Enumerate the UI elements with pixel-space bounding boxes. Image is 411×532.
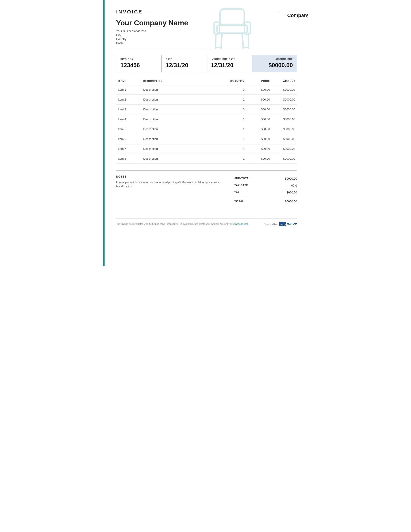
invoice-num-value: 123456 [121,62,157,69]
item-amount-7: $0000.00 [272,154,297,164]
item-desc-3: Description [141,114,221,124]
item-amount-1: $0000.00 [272,95,297,104]
item-amount-0: $0000.00 [272,85,297,95]
col-header-price: PRICE [246,77,272,85]
item-qty-4: 1 [221,124,246,134]
total-row: TOTAL $0000.00 [234,198,297,205]
subtotal-row: SUB-TOTAL $0000.00 [234,175,297,182]
subtotal-label: SUB-TOTAL [234,177,251,180]
item-name-4: Item 5 [116,124,141,134]
bill-country: Country [280,28,308,32]
item-amount-4: $0000.00 [272,124,297,134]
item-name-3: Item 4 [116,114,141,124]
date-cell: DATE 12/31/20 [162,55,207,72]
totals-divider [234,197,297,197]
item-price-1: $00.00 [246,95,272,104]
table-row: Item 5 Description 1 $00.00 $0000.00 [116,124,297,134]
header-section: INVOICE Your Company Name Your Business … [116,9,297,50]
item-qty-6: 1 [221,144,246,154]
table-header-row: ITEMS DESCRIPTION QUANTITY PRICE AMOUNT [116,77,297,85]
item-price-3: $00.00 [246,114,272,124]
items-section: ITEMS DESCRIPTION QUANTITY PRICE AMOUNT … [116,77,297,164]
footer-main-text: This invoice was generated with the help… [116,223,232,225]
wave-icon [279,222,286,226]
table-row: Item 8 Description 1 $00.00 $0000.00 [116,154,297,164]
invoice-title-row: INVOICE [116,9,280,15]
item-name-0: Item 1 [116,85,141,95]
col-header-items: ITEMS [116,77,141,85]
table-row: Item 4 Description 1 $00.00 $0000.00 [116,114,297,124]
item-price-6: $00.00 [246,144,272,154]
footer-link[interactable]: waveapps.com [233,223,248,225]
business-city: City [116,33,280,37]
item-qty-2: 3 [221,104,246,114]
powered-by-text: Powered by [264,223,277,226]
item-qty-0: 3 [221,85,246,95]
tax-label: TAX [234,191,240,194]
item-name-2: Item 3 [116,104,141,114]
item-price-7: $00.00 [246,154,272,164]
notes-label: NOTES: [116,175,228,178]
item-amount-3: $0000.00 [272,114,297,124]
invoice-info-bar: INVOICE # 123456 DATE 12/31/20 INVOICE D… [116,55,297,72]
item-amount-5: $0000.00 [272,134,297,144]
date-label: DATE [166,58,203,60]
business-country: Country [116,38,280,41]
footer-right: Powered by wave [264,222,297,226]
item-name-1: Item 2 [116,95,141,104]
item-price-4: $00.00 [246,124,272,134]
totals-area: SUB-TOTAL $0000.00 TAX RATE 00% TAX $000… [234,175,297,205]
due-date-label: INVOICE DUE DATE [211,58,248,60]
amount-due-cell: AMOUNT DUE $0000.00 [252,55,297,72]
header-left: INVOICE Your Company Name Your Business … [116,9,280,46]
tax-rate-value: 00% [291,184,297,187]
notes-text: Lorem ipsum dolor sit amet, consectetur … [116,180,228,189]
amount-due-value: $0000.00 [256,62,293,69]
item-desc-5: Description [141,134,221,144]
item-qty-7: 1 [221,154,246,164]
col-header-quantity: QUANTITY [221,77,246,85]
tax-row: TAX $000.00 [234,189,297,196]
subtotal-value: $0000.00 [285,177,297,180]
bottom-section: NOTES: Lorem ipsum dolor sit amet, conse… [116,171,297,205]
table-row: Item 7 Description 1 $00.00 $0000.00 [116,144,297,154]
item-price-0: $00.00 [246,85,272,95]
due-date-cell: INVOICE DUE DATE 12/31/20 [207,55,252,72]
date-value: 12/31/20 [166,62,203,69]
item-name-5: Item 6 [116,134,141,144]
item-desc-1: Description [141,95,221,104]
item-desc-7: Description [141,154,221,164]
business-address: Your Business Address [116,29,280,33]
tax-rate-row: TAX RATE 00% [234,182,297,189]
table-row: Item 3 Description 3 $00.00 $0000.00 [116,104,297,114]
notes-area: NOTES: Lorem ipsum dolor sit amet, conse… [116,175,228,205]
item-qty-3: 1 [221,114,246,124]
bill-postal: Postal [280,32,308,36]
footer-text: This invoice was generated with the help… [116,223,248,225]
business-postal: Postal [116,41,280,45]
amount-due-label: AMOUNT DUE [256,58,293,60]
col-header-description: DESCRIPTION [141,77,221,85]
bill-address: Address [280,20,308,24]
header-right: BILL TO: Company Name Address City Count… [280,9,308,36]
tax-value: $000.00 [287,191,297,194]
item-name-6: Item 7 [116,144,141,154]
table-row: Item 6 Description 1 $00.00 $0000.00 [116,134,297,144]
accent-bar [103,0,104,266]
total-value: $0000.00 [285,200,297,203]
invoice-title-text: INVOICE [116,9,143,15]
footer: This invoice was generated with the help… [116,218,297,226]
item-amount-6: $0000.00 [272,144,297,154]
item-qty-1: 2 [221,95,246,104]
item-desc-0: Description [141,85,221,95]
item-price-2: $00.00 [246,104,272,114]
wave-logo: wave [279,222,297,226]
items-table: ITEMS DESCRIPTION QUANTITY PRICE AMOUNT … [116,77,297,164]
bill-city: City [280,24,308,28]
item-qty-5: 1 [221,134,246,144]
invoice-page: INVOICE Your Company Name Your Business … [103,0,308,266]
item-name-7: Item 8 [116,154,141,164]
table-row: Item 2 Description 2 $00.00 $0000.00 [116,95,297,104]
due-date-value: 12/31/20 [211,62,248,69]
bill-to-label: BILL TO: [280,9,308,12]
